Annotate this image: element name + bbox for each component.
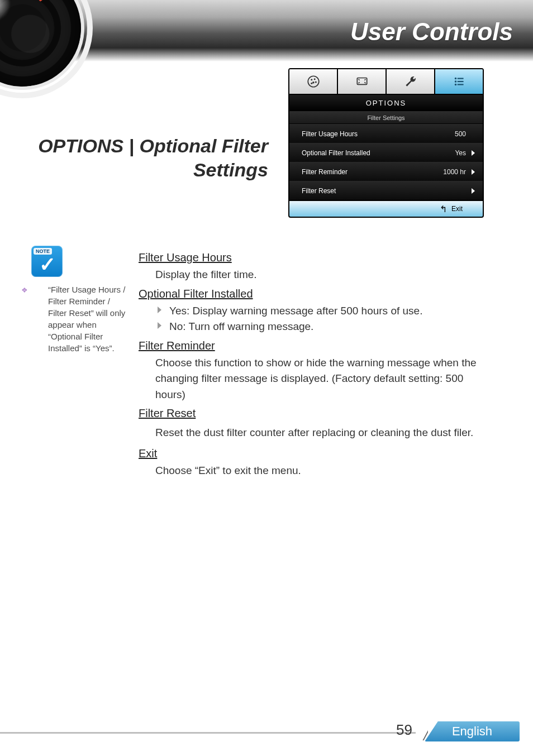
svg-point-7	[454, 80, 456, 82]
osd-row-filter-reset[interactable]: Filter Reset	[289, 181, 483, 200]
bullet-no: No: Turn off warning message.	[158, 319, 494, 335]
list-icon	[452, 74, 467, 89]
desc-filter-reminder: Choose this function to show or hide the…	[139, 355, 494, 403]
osd-tab-bar	[289, 69, 483, 95]
svg-point-1	[311, 79, 312, 80]
note-sidebar: ❖“Filter Usage Hours / Filter Reminder /…	[35, 284, 131, 354]
svg-point-3	[315, 82, 316, 83]
osd-exit-row[interactable]: ↰ Exit	[289, 200, 483, 217]
heading-optional-filter-installed: Optional Filter Installed	[139, 285, 494, 302]
page-number: 59	[396, 721, 416, 739]
osd-row-label: Filter Usage Hours	[302, 130, 358, 138]
chevron-right-icon	[472, 150, 475, 156]
check-icon: ✓	[39, 255, 56, 275]
svg-rect-11	[457, 84, 463, 85]
svg-point-6	[454, 78, 456, 79]
bullet-yes: Yes: Display warning message after 500 h…	[158, 303, 494, 319]
svg-rect-9	[457, 78, 463, 79]
osd-exit-label: Exit	[451, 205, 463, 213]
osd-heading: OPTIONS	[289, 95, 483, 112]
osd-tab-options[interactable]	[435, 69, 483, 94]
osd-row-value: Yes	[455, 149, 466, 157]
osd-tab-setup[interactable]	[387, 69, 435, 94]
palette-icon	[306, 74, 321, 89]
osd-row-filter-reminder[interactable]: Filter Reminder 1000 hr	[289, 162, 483, 181]
note-text: “Filter Usage Hours / Filter Reminder / …	[48, 285, 125, 353]
page-slash	[416, 719, 428, 740]
osd-subheading: Filter Settings	[289, 112, 483, 124]
section-title: OPTIONS | Optional Filter Settings	[28, 134, 268, 181]
osd-row-value: 1000 hr	[443, 168, 466, 176]
desc-filter-reset: Reset the dust filter counter after repl…	[139, 423, 494, 443]
screen-icon	[355, 74, 369, 89]
desc-filter-usage-hours: Display the filter time.	[139, 267, 494, 283]
heading-exit: Exit	[139, 445, 494, 462]
svg-point-2	[313, 78, 315, 80]
osd-row-optional-filter-installed[interactable]: Optional Filter Installed Yes	[289, 143, 483, 162]
svg-rect-10	[457, 81, 463, 82]
svg-point-4	[311, 83, 312, 84]
page-footer: 59 English	[0, 719, 533, 741]
page-header-title: User Controls	[350, 18, 513, 46]
footer-divider	[0, 732, 422, 734]
svg-point-8	[454, 84, 456, 85]
heading-filter-reminder: Filter Reminder	[139, 337, 494, 354]
lens-graphic	[0, 0, 89, 94]
diamond-bullet-icon: ❖	[35, 286, 42, 294]
osd-row-label: Filter Reminder	[302, 168, 348, 176]
osd-row-label: Filter Reset	[302, 187, 336, 195]
desc-exit: Choose “Exit” to exit the menu.	[139, 463, 494, 479]
wrench-icon	[403, 74, 418, 89]
page-number-wrap: 59	[396, 719, 428, 740]
chevron-right-icon	[472, 188, 475, 194]
osd-row-filter-usage-hours[interactable]: Filter Usage Hours 500	[289, 124, 483, 143]
osd-panel: OPTIONS Filter Settings Filter Usage Hou…	[288, 68, 484, 218]
osd-tab-image[interactable]	[289, 69, 338, 94]
back-arrow-icon: ↰	[440, 204, 447, 214]
osd-row-label: Optional Filter Installed	[302, 149, 370, 157]
osd-row-value: 500	[455, 130, 466, 138]
note-badge: NOTE ✓	[31, 246, 63, 277]
content-body: Filter Usage Hours Display the filter ti…	[139, 248, 494, 481]
footer-language: English	[425, 721, 520, 741]
osd-tab-display[interactable]	[338, 69, 387, 94]
heading-filter-reset: Filter Reset	[139, 405, 494, 422]
chevron-right-icon	[472, 169, 475, 175]
heading-filter-usage-hours: Filter Usage Hours	[139, 249, 494, 266]
